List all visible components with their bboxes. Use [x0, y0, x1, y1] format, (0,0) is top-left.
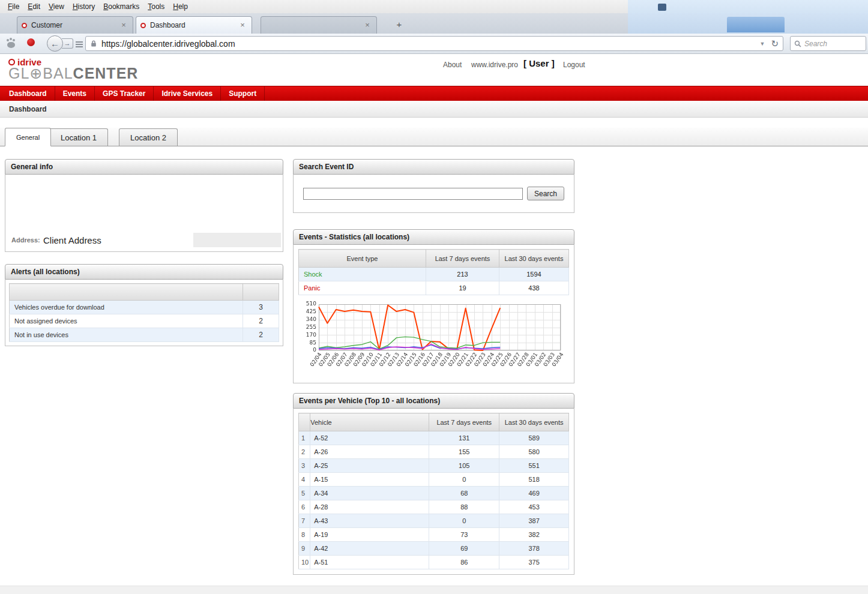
vehicle-7d: 0	[429, 514, 499, 528]
idrive-logo: idrive GL⊕BALCENTER	[8, 57, 138, 81]
globe-icon: ⊕	[29, 65, 43, 82]
event-7d: 213	[426, 268, 499, 281]
vehicle-id: A-26	[310, 445, 429, 459]
list-icon[interactable]	[76, 41, 83, 43]
tab-location-2[interactable]: Location 2	[119, 128, 178, 146]
browser-search-box[interactable]	[790, 36, 866, 51]
url-dropdown-icon[interactable]: ▼	[758, 41, 767, 47]
event-id-input[interactable]	[303, 188, 523, 200]
vehicle-header-7d: Last 7 days events	[429, 413, 499, 431]
logo-bold: CENTER	[73, 65, 139, 82]
menu-help[interactable]: Help	[169, 1, 192, 13]
vehicle-7d: 68	[429, 487, 499, 500]
alerts-body: Vehicles overdue for download 3 Not assi…	[5, 280, 283, 346]
vehicle-7d: 155	[429, 445, 499, 459]
vehicle-30d: 375	[499, 556, 569, 569]
paw-extension-icon[interactable]	[7, 42, 15, 48]
stats-header-30d: Last 30 days events	[499, 250, 569, 268]
reload-icon[interactable]: ↻	[771, 38, 779, 49]
search-button[interactable]: Search	[527, 187, 564, 200]
table-row: Shock 213 1594	[299, 268, 569, 281]
table-row: 2 A-26 155 580	[299, 445, 569, 459]
menu-tools[interactable]: Tools	[143, 1, 169, 13]
events-statistics-table: Event type Last 7 days events Last 30 da…	[298, 249, 569, 295]
browser-tab-untitled[interactable]: ×	[261, 16, 377, 34]
tab-general[interactable]: General	[5, 128, 51, 146]
browser-tab-dashboard[interactable]: Dashboard ×	[136, 16, 252, 34]
vehicle-30d: 518	[499, 473, 569, 487]
vehicle-id: A-15	[310, 473, 429, 487]
main-nav: Dashboard Events GPS Tracker Idrive Serv…	[0, 86, 868, 101]
vehicle-id: A-52	[310, 431, 429, 445]
idrive-pro-link[interactable]: www.idrive.pro	[471, 61, 518, 69]
table-row: 9 A-42 69 378	[299, 542, 569, 556]
menu-view[interactable]: View	[44, 1, 68, 13]
record-extension-icon[interactable]	[27, 38, 35, 46]
event-type: Shock	[299, 268, 426, 281]
alert-value: 2	[243, 328, 279, 342]
vehicle-rank: 5	[299, 487, 310, 500]
nav-item-gps-tracker[interactable]: GPS Tracker	[95, 86, 154, 101]
vehicle-rank: 3	[299, 459, 310, 473]
event-30d: 1594	[499, 268, 569, 281]
tab-location-1[interactable]: Location 1	[49, 128, 108, 146]
browser-navbar: ← → https://globalcenter.idriveglobal.co…	[0, 34, 868, 54]
vehicle-id: A-34	[310, 487, 429, 500]
general-info-body: Address: Client Address	[5, 175, 283, 252]
tab-title: Customer	[31, 21, 115, 29]
nav-item-support[interactable]: Support	[221, 86, 265, 101]
browser-tab-customer[interactable]: Customer ×	[17, 16, 133, 34]
close-icon[interactable]: ×	[363, 20, 372, 30]
logout-link[interactable]: Logout	[563, 61, 585, 69]
page-tab-strip: General Location 1 Location 2	[0, 128, 868, 146]
alerts-header-row	[10, 284, 279, 301]
nav-item-idrive-services[interactable]: Idrive Services	[154, 86, 221, 101]
new-tab-button[interactable]: +	[391, 19, 407, 31]
search-event-body: Search	[293, 175, 574, 213]
close-icon[interactable]: ×	[119, 20, 128, 30]
events-statistics-body: Event type Last 7 days events Last 30 da…	[293, 245, 574, 383]
alerts-table: Vehicles overdue for download 3 Not assi…	[9, 283, 279, 342]
vehicle-7d: 88	[429, 500, 499, 514]
vehicle-7d: 69	[429, 542, 499, 556]
menu-bookmarks[interactable]: Bookmarks	[99, 1, 143, 13]
url-bar[interactable]: https://globalcenter.idriveglobal.com ▼ …	[85, 36, 783, 51]
vehicle-rank: 9	[299, 542, 310, 556]
tab-title: Dashboard	[150, 21, 234, 29]
menu-edit[interactable]: Edit	[23, 1, 44, 13]
about-link[interactable]: About	[443, 61, 462, 69]
vehicle-rank: 8	[299, 528, 310, 542]
menu-file[interactable]: File	[4, 1, 23, 13]
vehicle-rank: 6	[299, 500, 310, 514]
browser-search-input[interactable]	[804, 40, 855, 48]
site-header: idrive GL⊕BALCENTER About www.idrive.pro…	[0, 54, 868, 86]
menu-history[interactable]: History	[68, 1, 99, 13]
events-per-vehicle-body: Vehicle Last 7 days events Last 30 days …	[293, 409, 574, 575]
background-window	[628, 0, 868, 34]
vehicle-30d: 469	[499, 487, 569, 500]
vehicle-rank: 4	[299, 473, 310, 487]
vehicle-30d: 453	[499, 500, 569, 514]
vehicle-header-vehicle: Vehicle	[310, 413, 429, 431]
back-button[interactable]: ←	[47, 35, 63, 52]
close-icon[interactable]: ×	[238, 20, 247, 30]
nav-item-events[interactable]: Events	[55, 86, 95, 101]
nav-item-dashboard[interactable]: Dashboard	[1, 86, 55, 101]
footer-strip	[0, 586, 868, 594]
logo-main-text: GL⊕BALCENTER	[8, 65, 138, 81]
logo-post: BAL	[43, 65, 73, 82]
search-event-panel: Search Event ID Search	[293, 159, 574, 213]
stats-header-7d: Last 7 days events	[426, 250, 499, 268]
vehicle-id: A-42	[310, 542, 429, 556]
stats-header-event-type: Event type	[299, 250, 426, 268]
address-row: Address: Client Address	[6, 232, 282, 248]
user-link[interactable]: [ User ]	[523, 58, 555, 68]
vehicle-30d: 382	[499, 528, 569, 542]
vehicle-30d: 551	[499, 459, 569, 473]
logo-pre: GL	[8, 65, 29, 82]
forward-button[interactable]: →	[62, 38, 73, 49]
alert-label: Not assigned devices	[10, 314, 243, 328]
address-filler	[193, 233, 281, 247]
table-row: Vehicles overdue for download 3	[10, 301, 279, 314]
vehicle-7d: 105	[429, 459, 499, 473]
